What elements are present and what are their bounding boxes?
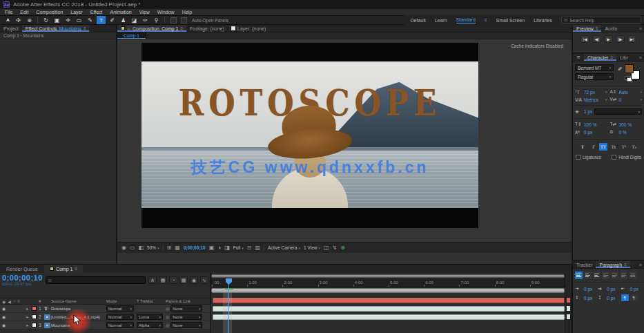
superscript-button[interactable]: T¹ [620, 143, 628, 151]
menu-animation[interactable]: Animation [110, 10, 132, 15]
align-center-button[interactable] [584, 272, 592, 279]
viewer-timecode[interactable]: 0;00;00;10 [184, 245, 206, 250]
tab-footage[interactable]: Footage: (none) [186, 25, 228, 32]
tab-libraries[interactable]: Libr [616, 54, 632, 61]
transparency-grid-icon[interactable]: ▦ [175, 245, 180, 251]
pickwhip-icon[interactable]: ◎ [166, 323, 169, 327]
parent-dropdown[interactable]: None▾ [170, 305, 202, 312]
eye-icon[interactable]: ◉ [0, 314, 26, 319]
hand-tool-icon[interactable]: ✣ [14, 16, 23, 24]
track-matte-dropdown[interactable]: Alpha▾ [137, 322, 163, 328]
tab-audio[interactable]: Audio [601, 25, 621, 32]
tab-layer[interactable]: Layer: (none) [228, 25, 270, 32]
toolbar-option-box[interactable] [181, 17, 187, 23]
font-family-dropdown[interactable]: Bernard MT ▾ [575, 64, 614, 71]
playhead-line[interactable] [228, 278, 229, 333]
blend-mode-dropdown[interactable]: Normal▾ [106, 314, 134, 320]
workspace-learn[interactable]: Learn [435, 18, 447, 23]
align-right-button[interactable] [593, 272, 601, 279]
workspace-small-screen[interactable]: Small Screen [496, 18, 525, 23]
trkmat-column-header[interactable]: T TrkMat [137, 299, 166, 303]
font-style-dropdown[interactable]: Regular ▾ [575, 73, 614, 80]
pixel-aspect-icon[interactable]: ◫ [324, 245, 329, 251]
baseline-shift-field[interactable]: Aª 0 px [575, 129, 607, 135]
clone-stamp-tool-icon[interactable]: ♟ [119, 16, 128, 24]
workspace-standard[interactable]: Standard [456, 17, 476, 23]
tab-render-queue[interactable]: Render Queue [0, 265, 44, 273]
blend-mode-dropdown[interactable]: Normal▾ [106, 305, 134, 312]
toggle-transparency-icon[interactable]: ▥ [255, 245, 260, 251]
space-after-field[interactable]: ↧ 0 px [598, 294, 618, 301]
first-line-indent-field[interactable]: ⇉ 0 px [598, 286, 618, 292]
tab-preview[interactable]: Preview ≡ [573, 25, 601, 32]
justify-last-right-button[interactable] [620, 272, 627, 279]
vertical-scale-field[interactable]: T⇕ 100 % [575, 122, 607, 127]
mini-flowchart-icon[interactable]: ⋔ [148, 276, 157, 284]
faux-italic-button[interactable]: T [589, 143, 597, 151]
tab-tracker[interactable]: Tracker [573, 261, 596, 268]
shy-icon[interactable]: ◔ [169, 276, 177, 284]
pen-tool-icon[interactable]: ✎ [86, 16, 95, 24]
leading-field[interactable]: A⇕ Auto ▾ [610, 89, 643, 95]
work-area-bar[interactable] [211, 288, 565, 293]
rectangle-tool-icon[interactable]: ▭ [75, 16, 84, 24]
always-preview-icon[interactable]: ◉ [121, 245, 126, 251]
next-frame-button[interactable]: |▶ [616, 35, 625, 43]
show-snapshot-icon[interactable]: ◑ [217, 245, 221, 251]
ltr-direction-button[interactable]: ¶ [621, 294, 629, 301]
last-frame-button[interactable]: ▶| [627, 35, 636, 43]
graph-editor-icon[interactable]: ∿ [200, 276, 208, 284]
tracking-field[interactable]: V⇄ 0 ▾ [610, 97, 643, 102]
menu-edit[interactable]: Edit [20, 10, 28, 15]
tab-effect-controls[interactable]: Effect Controls Mountains ≡ [22, 25, 90, 32]
layer-row-video[interactable]: ◉ ▸ 2 ▶ [Untitled__Video_4.1.mp4] Normal… [0, 313, 211, 321]
pickwhip-icon[interactable]: ◎ [166, 306, 169, 311]
source-name-column-header[interactable]: Source Name [51, 299, 106, 303]
camera-tool-icon[interactable]: ▣ [52, 16, 61, 24]
layer-bar-mountains[interactable] [213, 314, 565, 320]
panel-overflow-icon[interactable]: » [637, 54, 644, 61]
menu-composition[interactable]: Composition [36, 10, 63, 15]
3d-view-dropdown[interactable]: Active Camera ▾ [268, 245, 300, 250]
tab-project[interactable]: Project [0, 25, 22, 32]
ligatures-checkbox[interactable]: Ligatures [576, 155, 601, 160]
time-navigator-bar[interactable] [211, 274, 565, 278]
mode-column-header[interactable]: Mode [106, 299, 137, 303]
parent-dropdown[interactable]: None▾ [170, 314, 202, 320]
pickwhip-icon[interactable]: ◎ [166, 314, 169, 319]
menu-view[interactable]: View [139, 10, 150, 15]
draft-3d-icon[interactable]: ▦ [159, 276, 167, 284]
workspace-menu-icon[interactable]: ≡ [485, 18, 487, 22]
pan-behind-tool-icon[interactable]: ✛ [64, 16, 72, 24]
menu-layer[interactable]: Layer [70, 10, 83, 15]
eye-icon[interactable]: ◉ [0, 306, 26, 311]
tab-paragraph[interactable]: Paragraph ≡ [596, 261, 630, 268]
expander-icon[interactable]: ▸ [26, 306, 32, 312]
panel-menu-icon[interactable]: ≡ [596, 26, 598, 30]
justify-all-button[interactable] [629, 272, 636, 279]
horizontal-scale-field[interactable]: T⇄ 100 % [610, 122, 643, 127]
stroke-width-field[interactable]: ≣ 1 px [575, 109, 592, 115]
justify-last-center-button[interactable] [611, 272, 618, 279]
layer-color-swatch[interactable] [32, 306, 37, 311]
faux-bold-button[interactable]: T [578, 143, 587, 151]
space-before-field[interactable]: ↥ 0 px [575, 294, 596, 301]
layer-row-rotoscope[interactable]: ◉ ▸ 1 T Rotoscope Normal▾ ◎None▾ [0, 305, 211, 313]
justify-last-left-button[interactable] [602, 272, 609, 279]
layer-bar-video[interactable] [213, 306, 565, 312]
brush-tool-icon[interactable]: ✐ [108, 16, 117, 24]
help-search-input[interactable]: ⊙ Search Help [561, 17, 641, 23]
time-ruler[interactable]: :00 1:00 2:00 3:00 4:00 5:00 6:00 7:00 8… [211, 278, 565, 287]
font-size-field[interactable]: ᵀT 72 px ▾ [575, 89, 607, 95]
eraser-tool-icon[interactable]: ◪ [130, 16, 139, 24]
rtl-direction-button[interactable]: ¶ [630, 294, 638, 301]
panel-overflow-icon[interactable]: » [637, 25, 644, 32]
menu-file[interactable]: File [5, 10, 12, 15]
magnification-dropdown[interactable]: 50% ▾ [147, 245, 159, 250]
resolution-dropdown[interactable]: Full ▾ [233, 245, 244, 250]
frame-blend-icon[interactable]: ▩ [179, 276, 188, 284]
type-tool-icon[interactable]: T [97, 16, 106, 24]
layer-color-swatch[interactable] [32, 323, 37, 327]
panel-overflow-icon[interactable]: » [637, 261, 644, 268]
align-left-button[interactable] [575, 272, 583, 279]
